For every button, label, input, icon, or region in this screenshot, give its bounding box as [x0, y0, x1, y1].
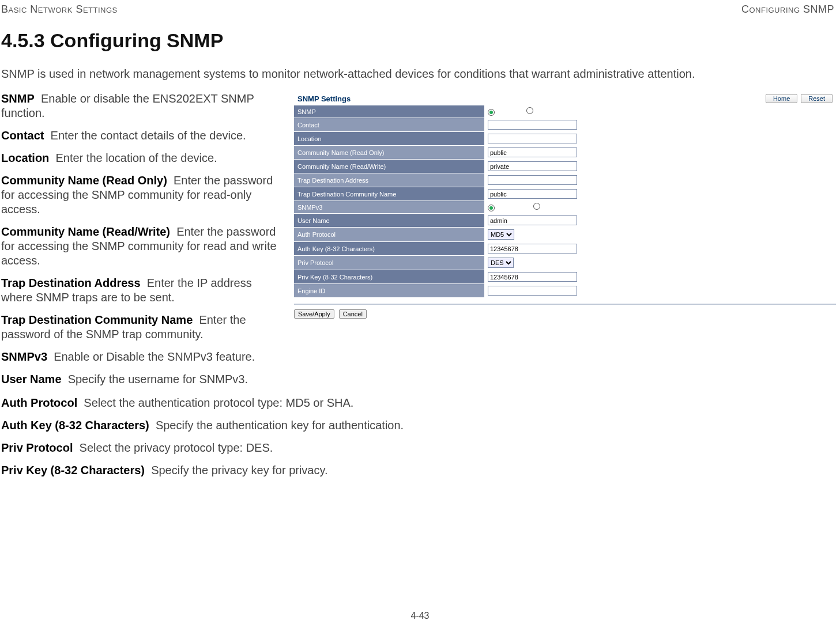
row-authp-label: Auth Protocol	[294, 228, 484, 242]
auth-protocol-select[interactable]: MD5	[488, 229, 514, 240]
row-trap-addr-label: Trap Destination Address	[294, 173, 484, 187]
definition-location: Location Enter the location of the devic…	[1, 151, 284, 165]
save-apply-button[interactable]: Save/Apply	[294, 309, 334, 319]
engine-id-input[interactable]	[488, 286, 577, 296]
cancel-button[interactable]: Cancel	[339, 309, 367, 319]
row-privp-label: Priv Protocol	[294, 256, 484, 270]
snmpv3-enable-radio[interactable]: v3Enable	[488, 205, 523, 211]
definition-trap-comm: Trap Destination Community Name Enter th…	[1, 313, 284, 342]
row-authk-label: Auth Key (8-32 Characters)	[294, 242, 484, 256]
radio-unchecked-icon	[533, 203, 540, 210]
row-comm-ro-label: Community Name (Read Only)	[294, 146, 484, 160]
row-privk-label: Priv Key (8-32 Characters)	[294, 270, 484, 284]
auth-key-input[interactable]	[488, 244, 577, 254]
row-trap-comm-label: Trap Destination Community Name	[294, 187, 484, 201]
intro-paragraph: SNMP is used in network management syste…	[1, 66, 839, 81]
section-title: 4.5.3 Configuring SNMP	[1, 29, 839, 52]
user-input[interactable]	[488, 215, 577, 225]
row-snmp-label: SNMP	[294, 105, 484, 118]
row-contact-label: Contact	[294, 118, 484, 132]
definition-contact: Contact Enter the contact details of the…	[1, 128, 284, 143]
definition-auth-key: Auth Key (8-32 Characters) Specify the a…	[1, 418, 839, 433]
snmpv3-disable-radio[interactable]: v3Disable	[533, 203, 570, 210]
header-right: Configuring SNMP	[741, 3, 834, 16]
definition-auth-protocol: Auth Protocol Select the authentication …	[1, 396, 839, 410]
snmp-enable-radio[interactable]: Enable	[488, 109, 517, 116]
definition-snmpv3: SNMPv3 Enable or Disable the SNMPv3 feat…	[1, 350, 284, 364]
definitions-full-width: Auth Protocol Select the authentication …	[1, 396, 839, 478]
header-left: Basic Network Settings	[1, 3, 118, 16]
panel-divider	[294, 304, 836, 305]
comm-ro-input[interactable]	[488, 147, 577, 157]
definitions-left-column: SNMP Enable or disable the ENS202EXT SNM…	[1, 92, 284, 395]
location-input[interactable]	[488, 134, 577, 143]
snmp-settings-panel: SNMP Settings Home Reset SNMP Enable Dis…	[294, 92, 836, 319]
definition-comm-rw: Community Name (Read/Write) Enter the pa…	[1, 225, 284, 268]
panel-title: SNMP Settings	[297, 94, 351, 103]
priv-protocol-select[interactable]: DES	[488, 258, 514, 268]
page-number: 4-43	[0, 611, 840, 621]
row-snmpv3-label: SNMPv3	[294, 201, 484, 214]
radio-checked-icon	[488, 205, 495, 211]
comm-rw-input[interactable]	[488, 161, 577, 171]
definition-username: User Name Specify the username for SNMPv…	[1, 372, 284, 387]
priv-key-input[interactable]	[488, 272, 577, 282]
definition-priv-key: Priv Key (8-32 Characters) Specify the p…	[1, 463, 839, 478]
row-user-label: User Name	[294, 214, 484, 228]
definition-comm-ro: Community Name (Read Only) Enter the pas…	[1, 173, 284, 217]
row-location-label: Location	[294, 132, 484, 146]
screenshot-panel-column: SNMP Settings Home Reset SNMP Enable Dis…	[294, 92, 839, 395]
definition-trap-addr: Trap Destination Address Enter the IP ad…	[1, 276, 284, 305]
radio-checked-icon	[488, 109, 495, 116]
page-header: Basic Network Settings Configuring SNMP	[0, 0, 840, 18]
definition-priv-protocol: Priv Protocol Select the privacy protoco…	[1, 441, 839, 455]
trap-addr-input[interactable]	[488, 175, 577, 185]
snmp-disable-radio[interactable]: Disable	[526, 107, 557, 114]
trap-comm-input[interactable]	[488, 189, 577, 199]
home-button[interactable]: Home	[766, 94, 797, 103]
reset-button[interactable]: Reset	[801, 94, 833, 103]
row-comm-rw-label: Community Name (Read/Write)	[294, 160, 484, 173]
radio-unchecked-icon	[526, 107, 533, 114]
row-engine-label: Engine ID	[294, 284, 484, 298]
contact-input[interactable]	[488, 120, 577, 130]
definition-snmp: SNMP Enable or disable the ENS202EXT SNM…	[1, 92, 284, 120]
